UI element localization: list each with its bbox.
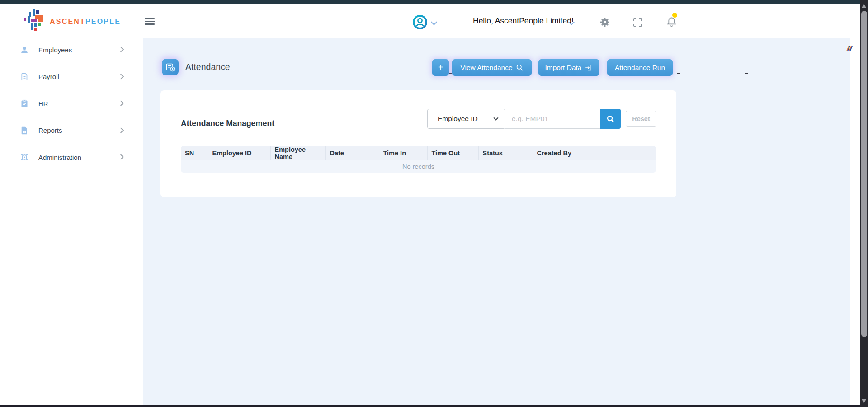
user-avatar[interactable] xyxy=(412,14,428,30)
sidebar-item-employees[interactable]: Employees xyxy=(0,41,143,59)
import-data-label: Import Data xyxy=(545,64,582,72)
filter-field-select[interactable]: Employee ID xyxy=(427,109,505,129)
no-records-text: No records xyxy=(181,160,656,173)
import-data-button[interactable]: Import Data xyxy=(538,59,599,76)
main-content: // Attendance + View Attendance Import D… xyxy=(143,38,850,405)
col-status: Status xyxy=(478,146,533,160)
document-icon xyxy=(20,72,29,81)
brand-logo-mark-icon xyxy=(24,9,48,34)
chevron-right-icon xyxy=(118,154,124,160)
attendance-page-icon xyxy=(162,59,179,75)
attendance-run-button[interactable]: Attendance Run xyxy=(607,59,673,76)
brand-name-primary: ASCENT xyxy=(50,18,85,25)
search-icon xyxy=(606,115,615,123)
notifications-bell-icon[interactable] xyxy=(666,16,677,28)
button-separator xyxy=(677,73,680,74)
search-button[interactable] xyxy=(600,109,621,129)
vertical-scrollbar[interactable] xyxy=(860,0,868,407)
fullscreen-icon[interactable] xyxy=(633,18,642,27)
scrollbar-down-arrow-icon[interactable] xyxy=(862,399,866,403)
report-chart-icon xyxy=(20,126,29,135)
sidebar-item-label: Administration xyxy=(38,154,81,161)
brand-logo-text: ASCENTPEOPLE xyxy=(50,18,121,26)
button-separator xyxy=(745,73,748,74)
col-date: Date xyxy=(326,146,379,160)
corner-artifact: // xyxy=(847,44,852,54)
view-attendance-label: View Attendance xyxy=(460,64,512,72)
sidebar-item-label: HR xyxy=(38,100,48,108)
col-created-by: Created By xyxy=(533,146,618,160)
col-actions xyxy=(618,146,656,160)
sidebar-nav: Employees Payroll HR xyxy=(0,38,143,405)
chevron-right-icon xyxy=(118,127,124,133)
table-header-row: SN Employee ID Employee Name Date Time I… xyxy=(181,146,656,160)
card-heading: Attendance Management xyxy=(181,119,274,128)
add-attendance-button[interactable]: + xyxy=(432,59,449,76)
window-bottom-strip xyxy=(0,405,868,407)
brand-logo: ASCENTPEOPLE xyxy=(24,9,127,35)
user-greeting: Hello, AscentPeople Limited! xyxy=(473,4,574,38)
attendance-card: Attendance Management Employee ID Reset xyxy=(160,90,676,197)
filter-selected-value: Employee ID xyxy=(438,115,494,123)
sidebar-item-hr[interactable]: HR xyxy=(0,94,143,112)
col-employee-name: Employee Name xyxy=(270,146,326,160)
col-employee-id: Employee ID xyxy=(208,146,270,160)
sidebar-item-label: Employees xyxy=(38,46,72,54)
brand-name-secondary: PEOPLE xyxy=(85,18,121,25)
sidebar-item-payroll[interactable]: Payroll xyxy=(0,68,143,86)
scrollbar-thumb[interactable] xyxy=(861,11,867,337)
sidebar-item-label: Payroll xyxy=(38,73,59,80)
user-icon xyxy=(20,45,29,54)
attendance-run-label: Attendance Run xyxy=(615,64,665,72)
search-icon xyxy=(516,64,524,71)
header-bar: ASCENTPEOPLE Hello, AscentPeople Limited… xyxy=(0,4,860,38)
app-window: ASCENTPEOPLE Hello, AscentPeople Limited… xyxy=(0,0,868,407)
col-time-out: Time Out xyxy=(427,146,478,160)
sidebar-item-label: Reports xyxy=(38,126,62,134)
attendance-table: SN Employee ID Employee Name Date Time I… xyxy=(181,146,656,173)
search-input[interactable] xyxy=(505,109,600,129)
avatar-chevron-down-icon[interactable] xyxy=(431,19,437,25)
clipboard-check-icon xyxy=(20,99,29,108)
window-top-strip xyxy=(0,0,868,4)
target-icon xyxy=(20,153,29,162)
settings-gear-icon[interactable] xyxy=(599,17,610,28)
notification-badge xyxy=(672,13,677,18)
chevron-right-icon xyxy=(118,47,124,52)
chevron-right-icon xyxy=(118,100,124,106)
import-icon xyxy=(585,64,593,72)
hamburger-menu-icon[interactable] xyxy=(145,18,155,25)
scrollbar-up-arrow-icon[interactable] xyxy=(862,4,866,8)
col-sn: SN xyxy=(181,146,208,160)
sidebar-item-reports[interactable]: Reports xyxy=(0,122,143,140)
empty-state-row: No records xyxy=(181,160,656,173)
sidebar-item-administration[interactable]: Administration xyxy=(0,148,143,166)
chevron-right-icon xyxy=(118,74,124,80)
chevron-down-icon xyxy=(493,115,498,120)
page-title: Attendance xyxy=(185,59,230,75)
reset-button[interactable]: Reset xyxy=(626,111,656,127)
col-time-in: Time In xyxy=(379,146,427,160)
view-attendance-button[interactable]: View Attendance xyxy=(452,59,532,76)
